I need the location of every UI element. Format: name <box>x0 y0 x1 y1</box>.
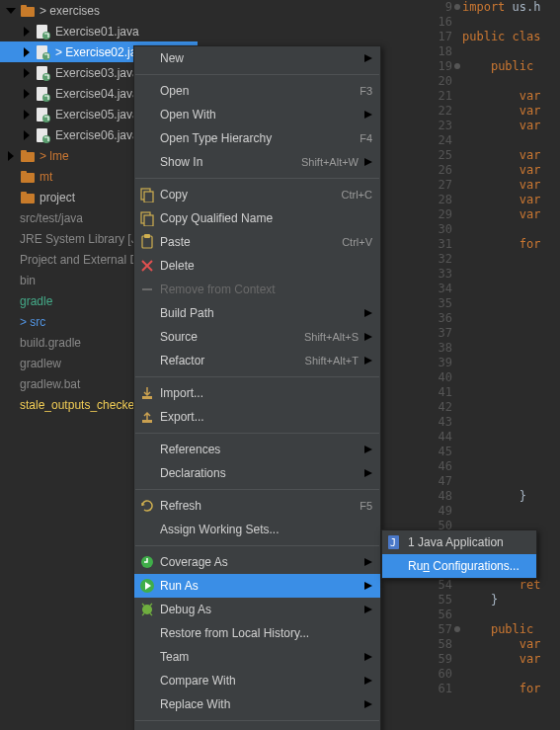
twisty-icon[interactable] <box>6 172 16 182</box>
editor-line[interactable]: 32 <box>425 252 560 267</box>
menu-item-references[interactable]: References <box>134 438 380 461</box>
gutter-line-number[interactable]: 46 <box>425 459 462 474</box>
twisty-icon[interactable] <box>6 359 16 368</box>
gutter-line-number[interactable]: 48 <box>425 489 462 504</box>
submenu-item-run-config[interactable]: Run Configurations... <box>382 554 536 578</box>
editor-line[interactable]: 39 <box>425 356 560 370</box>
menu-item-replace-with[interactable]: Replace With <box>134 692 380 716</box>
editor-code[interactable]: } <box>462 593 498 607</box>
editor-line[interactable]: 35 <box>425 296 560 311</box>
twisty-icon[interactable] <box>6 213 16 223</box>
gutter-line-number[interactable]: 17 <box>425 30 462 44</box>
editor-code[interactable]: public clas <box>462 30 540 43</box>
menu-item-refactor[interactable]: RefactorShift+Alt+T <box>134 349 380 372</box>
editor-code[interactable]: var <box>462 193 540 206</box>
gutter-line-number[interactable]: 16 <box>425 15 462 30</box>
editor-line[interactable]: 34 <box>425 282 560 296</box>
menu-item-team[interactable]: Team <box>134 645 380 669</box>
editor-line[interactable]: 33 <box>425 267 560 282</box>
editor-line[interactable]: 42 <box>425 400 560 415</box>
editor-code[interactable]: for <box>462 682 540 695</box>
gutter-line-number[interactable]: 21 <box>425 89 462 104</box>
editor-code[interactable]: } <box>462 489 526 503</box>
gutter-line-number[interactable]: 30 <box>425 222 462 237</box>
editor-line[interactable]: 26 var <box>425 163 560 178</box>
menu-item-declarations[interactable]: Declarations <box>134 461 380 485</box>
editor-line[interactable]: 9import us.h <box>425 0 560 15</box>
gutter-line-number[interactable]: 27 <box>425 178 462 193</box>
gutter-line-number[interactable]: 58 <box>425 637 462 652</box>
editor-line[interactable]: 31 for <box>425 237 560 252</box>
editor-line[interactable]: 18 <box>425 44 560 59</box>
editor-line[interactable]: 40 <box>425 370 560 385</box>
twisty-icon[interactable] <box>22 130 32 140</box>
twisty-icon[interactable] <box>6 317 16 327</box>
gutter-line-number[interactable]: 24 <box>425 133 462 148</box>
editor-line[interactable]: 43 <box>425 415 560 430</box>
editor-line[interactable]: 60 <box>425 667 560 682</box>
editor-code[interactable]: var <box>462 637 540 651</box>
gutter-line-number[interactable]: 20 <box>425 74 462 89</box>
editor-code[interactable]: var <box>462 148 540 162</box>
menu-item-run-as[interactable]: Run As <box>134 574 380 598</box>
editor-line[interactable]: 44 <box>425 430 560 445</box>
menu-item-validate[interactable]: Validate <box>134 725 380 730</box>
menu-item-open-type[interactable]: Open Type HierarchyF4 <box>134 126 380 150</box>
menu-item-refresh[interactable]: RefreshF5 <box>134 494 380 518</box>
gutter-line-number[interactable]: 23 <box>425 119 462 133</box>
gutter-line-number[interactable]: 54 <box>425 578 462 593</box>
twisty-icon[interactable] <box>6 151 16 161</box>
editor-line[interactable]: 55 } <box>425 593 560 608</box>
gutter-line-number[interactable]: 47 <box>425 474 462 489</box>
editor-line[interactable]: 21 var <box>425 89 560 104</box>
menu-item-copy-qual[interactable]: Copy Qualified Name <box>134 206 380 230</box>
gutter-line-number[interactable]: 40 <box>425 370 462 385</box>
editor-line[interactable]: 30 <box>425 222 560 237</box>
editor-code[interactable]: ret <box>462 578 540 592</box>
editor-line[interactable]: 57 public <box>425 622 560 637</box>
menu-item-show-in[interactable]: Show InShift+Alt+W <box>134 150 380 174</box>
editor-line[interactable]: 28 var <box>425 193 560 207</box>
twisty-icon[interactable] <box>6 338 16 348</box>
twisty-icon[interactable] <box>6 400 16 410</box>
gutter-line-number[interactable]: 59 <box>425 652 462 667</box>
gutter-line-number[interactable]: 55 <box>425 593 462 608</box>
menu-item-export[interactable]: Export... <box>134 405 380 429</box>
menu-item-build-path[interactable]: Build Path <box>134 301 380 325</box>
gutter-line-number[interactable]: 43 <box>425 415 462 430</box>
gutter-line-number[interactable]: 45 <box>425 445 462 459</box>
editor-line[interactable]: 47 <box>425 474 560 489</box>
editor-line[interactable]: 25 var <box>425 148 560 163</box>
gutter-line-number[interactable]: 33 <box>425 267 462 282</box>
gutter-line-number[interactable]: 41 <box>425 385 462 400</box>
editor-code[interactable]: public <box>462 622 540 636</box>
editor-code[interactable]: var <box>462 163 540 177</box>
menu-item-open[interactable]: OpenF3 <box>134 79 380 103</box>
twisty-icon[interactable] <box>22 68 32 78</box>
gutter-line-number[interactable]: 25 <box>425 148 462 163</box>
editor-line[interactable]: 17public clas <box>425 30 560 44</box>
gutter-line-number[interactable]: 36 <box>425 311 462 326</box>
editor-line[interactable]: 22 var <box>425 104 560 119</box>
editor-line[interactable]: 48 } <box>425 489 560 504</box>
twisty-icon[interactable] <box>22 89 32 99</box>
twisty-icon[interactable] <box>6 296 16 306</box>
twisty-icon[interactable] <box>6 193 16 203</box>
gutter-line-number[interactable]: 19 <box>425 59 462 74</box>
twisty-icon[interactable] <box>6 234 16 244</box>
menu-item-paste[interactable]: PasteCtrl+V <box>134 230 380 254</box>
editor-line[interactable]: 61 for <box>425 682 560 696</box>
gutter-line-number[interactable]: 42 <box>425 400 462 415</box>
editor-line[interactable]: 59 var <box>425 652 560 667</box>
gutter-line-number[interactable]: 31 <box>425 237 462 252</box>
gutter-line-number[interactable]: 49 <box>425 504 462 519</box>
editor-line[interactable]: 45 <box>425 445 560 459</box>
gutter-line-number[interactable]: 9 <box>425 0 462 15</box>
gutter-line-number[interactable]: 37 <box>425 326 462 341</box>
menu-item-assign-ws[interactable]: Assign Working Sets... <box>134 518 380 541</box>
tree-row-pkg-exercises[interactable]: > exercises <box>0 0 198 21</box>
gutter-line-number[interactable]: 60 <box>425 667 462 682</box>
editor-line[interactable]: 16 <box>425 15 560 30</box>
editor-line[interactable]: 41 <box>425 385 560 400</box>
gutter-line-number[interactable]: 28 <box>425 193 462 207</box>
